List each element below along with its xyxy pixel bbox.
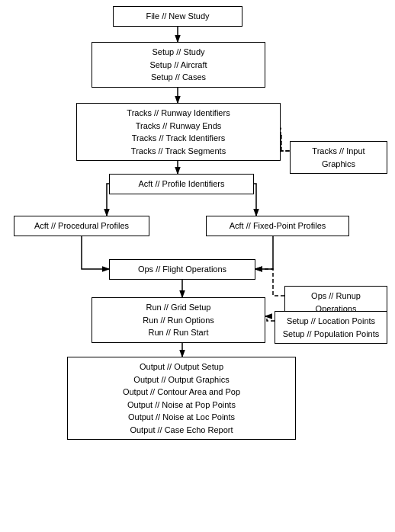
flight-operations-box: Ops // Flight Operations xyxy=(109,259,255,280)
tracks-line-2: Tracks // Track Identifiers xyxy=(82,132,275,145)
output-line-0: Output // Output Setup xyxy=(72,361,291,373)
profile-identifiers-box: Acft // Profile Identifiers xyxy=(109,174,254,194)
tracks-box: Tracks // Runway IdentifiersTracks // Ru… xyxy=(76,103,281,161)
output-line-5: Output // Case Echo Report xyxy=(72,424,291,437)
location-population-line-1: Setup // Population Points xyxy=(280,328,382,341)
fixed-point-profiles-line-0: Acft // Fixed-Point Profiles xyxy=(211,220,344,232)
fixed-point-profiles-box: Acft // Fixed-Point Profiles xyxy=(206,216,349,236)
output-box: Output // Output SetupOutput // Output G… xyxy=(67,357,296,440)
location-population-line-0: Setup // Location Points xyxy=(280,315,382,328)
tracks-line-1: Tracks // Runway Ends xyxy=(82,120,275,133)
input-graphics-box: Tracks // Input Graphics xyxy=(290,141,387,174)
procedural-profiles-line-0: Acft // Procedural Profiles xyxy=(19,220,144,232)
run-line-1: Run // Run Options xyxy=(97,314,260,327)
setup-line-1: Setup // Aircraft xyxy=(97,59,260,72)
run-line-0: Run // Grid Setup xyxy=(97,301,260,314)
output-line-3: Output // Noise at Pop Points xyxy=(72,399,291,412)
setup-line-2: Setup // Cases xyxy=(97,71,260,84)
input-graphics-line-0: Tracks // Input Graphics xyxy=(295,145,382,170)
output-line-4: Output // Noise at Loc Points xyxy=(72,411,291,424)
output-line-1: Output // Output Graphics xyxy=(72,373,291,386)
output-line-2: Output // Contour Area and Pop xyxy=(72,386,291,399)
run-line-2: Run // Run Start xyxy=(97,326,260,339)
location-population-box: Setup // Location PointsSetup // Populat… xyxy=(275,311,387,344)
procedural-profiles-box: Acft // Procedural Profiles xyxy=(14,216,149,236)
profile-identifiers-line-0: Acft // Profile Identifiers xyxy=(114,178,249,191)
setup-line-0: Setup // Study xyxy=(97,46,260,59)
new-study-box: File // New Study xyxy=(113,6,242,27)
flowchart-diagram: File // New StudySetup // StudySetup // … xyxy=(0,0,395,532)
tracks-line-3: Tracks // Track Segments xyxy=(82,145,275,158)
new-study-line-0: File // New Study xyxy=(118,10,237,23)
setup-box: Setup // StudySetup // AircraftSetup // … xyxy=(92,42,265,88)
run-box: Run // Grid SetupRun // Run OptionsRun /… xyxy=(92,297,265,343)
tracks-line-0: Tracks // Runway Identifiers xyxy=(82,107,275,120)
flight-operations-line-0: Ops // Flight Operations xyxy=(114,263,250,276)
